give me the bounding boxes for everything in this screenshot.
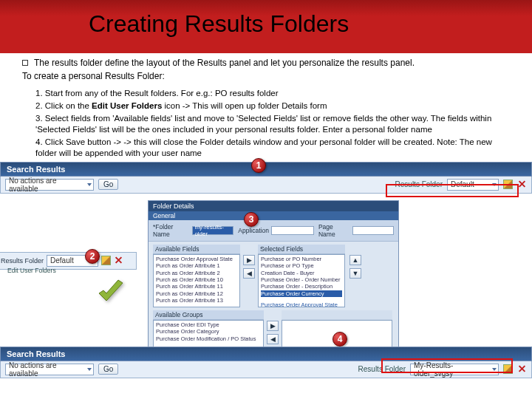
search-results-header-top: Search Results <box>0 162 532 177</box>
highlight-box-top <box>386 184 519 197</box>
list-item[interactable]: Purchase Order Approval State <box>156 256 237 262</box>
content-area: The results folder define the layout of … <box>0 53 532 159</box>
highlight-box-bottom <box>381 358 513 373</box>
badge-2: 2 <box>85 249 100 264</box>
move-left-button[interactable]: ◀ <box>243 268 255 279</box>
move-right-button[interactable]: ▶ <box>243 255 255 265</box>
list-item[interactable]: Purch as Order Attribute 11 <box>156 283 237 290</box>
list-item[interactable]: Purchase Order Approval State <box>261 301 342 307</box>
list-item[interactable]: Purchase Order - Order Number <box>261 276 342 283</box>
intro-line-2: To create a personal Results Folder: <box>22 71 510 83</box>
list-item[interactable]: Purch as Order Attribute 13 <box>156 297 237 304</box>
step-2: 2. Click on the Edit User Folders icon -… <box>35 100 510 112</box>
step-4: 4. Click Save button -> -> this will clo… <box>35 137 510 159</box>
actions-dropdown-bottom[interactable]: No actions are available <box>5 364 94 375</box>
mini-results-folder-label: Results Folder <box>1 257 44 265</box>
available-fields-list[interactable]: Purchase Order Approval State Purch as O… <box>153 254 240 307</box>
list-item[interactable]: Purchase Order Currency <box>261 290 342 297</box>
actions-dropdown[interactable]: No actions are available <box>5 179 94 191</box>
group-move-left-button[interactable]: ◀ <box>267 334 279 344</box>
step-3: 3. Select fields from 'Available fields'… <box>35 113 510 135</box>
page-name-input[interactable] <box>352 226 394 235</box>
application-input[interactable] <box>271 226 314 235</box>
bullet-icon <box>22 60 28 66</box>
list-item[interactable]: Purchase Order Category <box>156 328 261 335</box>
list-item[interactable]: Purchase Order EDI Type <box>156 321 261 328</box>
mini-delete-icon[interactable] <box>114 256 123 265</box>
page-title: Creating Results Folders <box>89 10 349 38</box>
list-item[interactable]: Purch as Order Attribute 12 <box>156 290 237 297</box>
list-item[interactable]: Purchase or PO Type <box>261 262 342 269</box>
selected-fields-list[interactable]: Purchase or PO Number Purchase or PO Typ… <box>258 254 345 307</box>
list-item[interactable]: Purchase or PO Number <box>261 256 342 262</box>
dialog-fields-row: *Folder Namemy-results-older Application… <box>149 220 398 242</box>
delete-folder-icon-bottom[interactable] <box>517 364 527 374</box>
list-item[interactable]: Purchase Order - Description <box>261 283 342 290</box>
move-down-button[interactable]: ▼ <box>349 268 361 279</box>
dialog-header: Folder Details <box>149 201 398 211</box>
selected-fields-header: Selected Fields <box>258 245 345 254</box>
list-item[interactable]: Purch as Order Attribute 10 <box>156 276 237 283</box>
selected-groups-header <box>282 310 392 320</box>
checkmark-icon <box>96 279 126 308</box>
list-item[interactable]: Creation Date - Buyer <box>261 270 342 276</box>
folder-details-dialog: Folder Details General *Folder Namemy-re… <box>148 200 399 370</box>
edit-user-folders-label: Edit User Folders <box>7 267 56 274</box>
move-up-button[interactable]: ▲ <box>349 255 361 265</box>
folder-name-label: *Folder Namemy-results-older <box>153 223 233 238</box>
group-move-right-button[interactable]: ▶ <box>267 321 279 331</box>
list-item[interactable]: Purch as Order Attribute 1 <box>156 262 237 269</box>
go-button-bottom[interactable]: Go <box>98 364 118 375</box>
available-groups-header: Available Groups <box>153 310 264 320</box>
steps-list: 1. Start from any of the Result folders.… <box>35 88 510 159</box>
badge-4: 4 <box>332 332 347 347</box>
list-item[interactable]: Purch as Order Attribute 2 <box>156 270 237 276</box>
mini-edit-icon[interactable] <box>101 256 111 265</box>
badge-3: 3 <box>244 212 259 227</box>
page-name-label: Page Name <box>318 223 394 238</box>
step-1: 1. Start from any of the Result folders.… <box>35 88 510 99</box>
folder-name-input[interactable]: my-results-older <box>192 226 233 235</box>
intro-text: The results folder define the layout of … <box>34 58 415 69</box>
available-fields-header: Available Fields <box>153 245 240 254</box>
screenshot-region: Search Results No actions are available … <box>0 162 532 194</box>
list-item[interactable]: Purchase Order Modification / PO Status <box>156 335 261 342</box>
go-button[interactable]: Go <box>98 179 118 190</box>
badge-1: 1 <box>251 158 266 173</box>
dialog-section-general: General <box>149 211 398 220</box>
